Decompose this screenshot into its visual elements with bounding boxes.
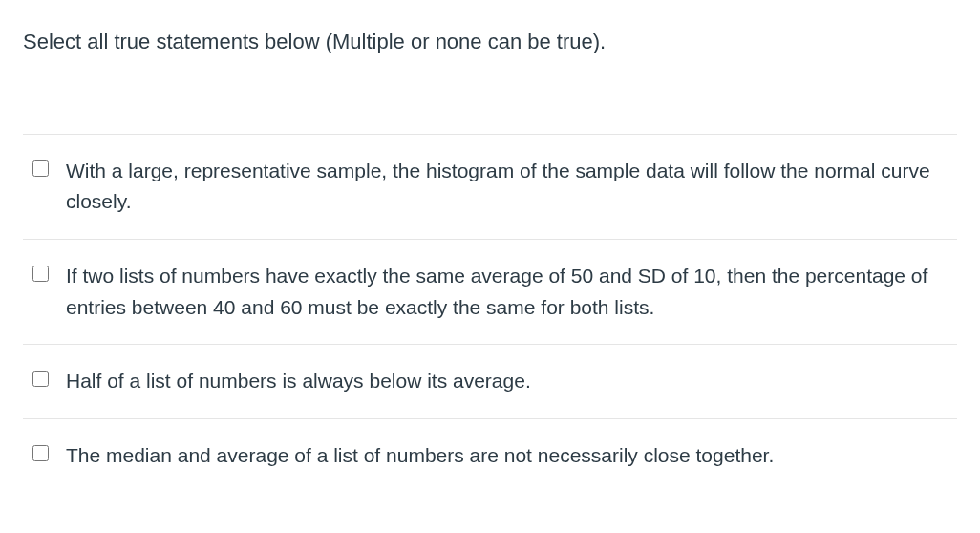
option-checkbox-2[interactable] <box>32 371 49 387</box>
option-checkbox-0[interactable] <box>32 160 49 177</box>
option-checkbox-1[interactable] <box>32 266 49 282</box>
checkbox-wrap <box>29 156 66 181</box>
option-label[interactable]: Half of a list of numbers is always belo… <box>66 366 531 397</box>
option-row: If two lists of numbers have exactly the… <box>23 240 957 345</box>
option-row: Half of a list of numbers is always belo… <box>23 345 957 419</box>
option-row: With a large, representative sample, the… <box>23 135 957 240</box>
checkbox-wrap <box>29 366 66 391</box>
option-label[interactable]: With a large, representative sample, the… <box>66 156 951 218</box>
option-label[interactable]: The median and average of a list of numb… <box>66 440 774 472</box>
checkbox-wrap <box>29 440 66 465</box>
option-checkbox-3[interactable] <box>32 445 49 461</box>
checkbox-wrap <box>29 261 66 286</box>
option-row: The median and average of a list of numb… <box>23 419 957 493</box>
option-label[interactable]: If two lists of numbers have exactly the… <box>66 261 951 323</box>
options-list: With a large, representative sample, the… <box>23 134 957 492</box>
question-prompt: Select all true statements below (Multip… <box>23 27 957 57</box>
